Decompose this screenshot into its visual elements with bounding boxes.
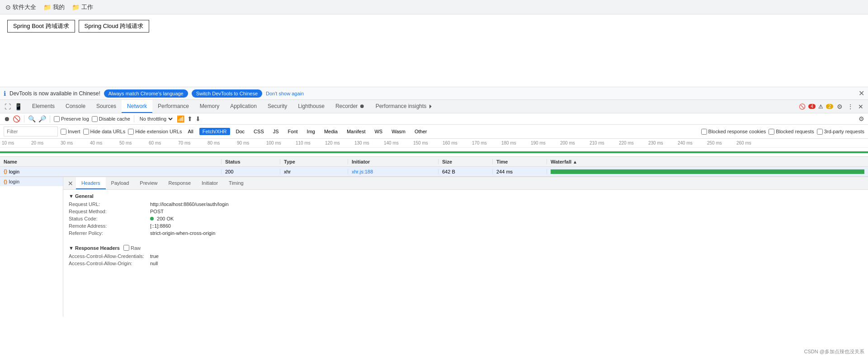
menu-software[interactable]: ⊙ 软件大全: [5, 3, 36, 11]
detail-tab-response[interactable]: Response: [163, 177, 196, 189]
toolbar-separator-3: [134, 115, 134, 122]
network-settings-icon[interactable]: ⚙: [859, 115, 864, 122]
preserve-log-checkbox[interactable]: Preserve log: [54, 116, 89, 122]
detail-tab-payload[interactable]: Payload: [106, 177, 135, 189]
upload-icon[interactable]: ⬆: [187, 115, 193, 122]
blocked-requests-checkbox[interactable]: Blocked requests: [769, 129, 814, 135]
settings-icon[interactable]: ⚙: [836, 102, 844, 111]
detail-tab-initiator[interactable]: Initiator: [196, 177, 223, 189]
hide-data-urls-checkbox[interactable]: Hide data URLs: [83, 129, 126, 135]
network-row-login[interactable]: {} login 200 xhr xhr.js:188 642 B 244 ms: [0, 167, 868, 177]
tl-50ms: 50 ms: [118, 141, 147, 145]
close-devtools-icon[interactable]: ✕: [857, 102, 864, 111]
col-header-waterfall[interactable]: Waterfall ▲: [547, 159, 868, 164]
third-party-input[interactable]: [817, 129, 823, 135]
browser-top-bar: ⊙ 软件大全 📁 我的 📁 工作: [0, 0, 868, 14]
throttle-select[interactable]: No throttling: [138, 116, 174, 122]
left-xhr-icon: {}: [4, 179, 7, 184]
menu-mine[interactable]: 📁 我的: [43, 3, 65, 11]
record-icon[interactable]: ⏺: [4, 115, 10, 122]
tab-performance[interactable]: Performance: [152, 100, 194, 113]
tab-lighthouse[interactable]: Lighthouse: [292, 100, 330, 113]
detail-tab-headers[interactable]: Headers: [76, 177, 106, 189]
disable-cache-checkbox[interactable]: Disable cache: [92, 116, 130, 122]
filter-type-all[interactable]: All: [185, 128, 197, 135]
col-header-time[interactable]: Time: [493, 159, 547, 164]
tab-sources[interactable]: Sources: [91, 100, 122, 113]
filter-type-media[interactable]: Media: [321, 128, 341, 135]
row-name-login[interactable]: {} login: [0, 169, 222, 174]
wifi-icon[interactable]: 📶: [177, 115, 184, 122]
tl-110ms: 110 ms: [294, 141, 323, 145]
tab-recorder[interactable]: Recorder ⏺: [330, 100, 370, 113]
request-method-key: Request Method:: [69, 209, 150, 214]
general-section-title[interactable]: ▼ General: [69, 193, 863, 199]
detail-tab-preview[interactable]: Preview: [134, 177, 163, 189]
col-header-status[interactable]: Status: [222, 159, 280, 164]
remote-address-val: [::1]:8860: [150, 223, 171, 229]
hide-extension-urls-input[interactable]: [128, 129, 134, 135]
tab-console[interactable]: Console: [60, 100, 91, 113]
switch-chinese-btn[interactable]: Switch DevTools to Chinese: [192, 89, 262, 98]
detail-close-btn[interactable]: ✕: [65, 177, 76, 189]
left-panel-item-login[interactable]: {} login: [0, 177, 63, 186]
spring-boot-btn[interactable]: Spring Boot 跨域请求: [7, 20, 75, 33]
third-party-checkbox[interactable]: 3rd-party requests: [817, 129, 864, 135]
raw-input[interactable]: [123, 245, 129, 251]
more-icon[interactable]: ⋮: [846, 102, 854, 111]
invert-input[interactable]: [61, 129, 66, 135]
initiator-link[interactable]: xhr.js:188: [352, 169, 373, 174]
tab-application[interactable]: Application: [225, 100, 262, 113]
filter-type-css[interactable]: CSS: [250, 128, 267, 135]
disable-cache-input[interactable]: [92, 116, 98, 122]
hide-extension-urls-checkbox[interactable]: Hide extension URLs: [128, 129, 182, 135]
col-header-initiator[interactable]: Initiator: [348, 159, 439, 164]
preserve-log-input[interactable]: [54, 116, 60, 122]
notification-close-btn[interactable]: ✕: [859, 89, 864, 98]
tl-40ms: 40 ms: [88, 141, 118, 145]
filter-type-font[interactable]: Font: [285, 128, 301, 135]
tl-70ms: 70 ms: [176, 141, 206, 145]
spring-cloud-btn[interactable]: Spring Cloud 跨域请求: [79, 20, 150, 33]
menu-work[interactable]: 📁 工作: [72, 3, 93, 11]
filter-bar: Invert Hide data URLs Hide extension URL…: [0, 125, 868, 139]
filter-type-js[interactable]: JS: [270, 128, 282, 135]
match-language-btn[interactable]: Always match Chrome's language: [104, 89, 188, 98]
access-allow-credentials-row: Access-Control-Allow-Credentials: true: [69, 253, 863, 259]
remote-address-row: Remote Address: [::1]:8860: [69, 223, 863, 229]
tab-elements[interactable]: Elements: [27, 100, 60, 113]
tab-performance-insights[interactable]: Performance insights ⏵: [370, 100, 439, 113]
col-header-size[interactable]: Size: [439, 159, 493, 164]
inspect-icon[interactable]: ⛶: [4, 102, 12, 111]
filter-type-img[interactable]: Img: [304, 128, 318, 135]
tl-100ms: 100 ms: [264, 141, 294, 145]
invert-checkbox[interactable]: Invert: [61, 129, 80, 135]
response-headers-title[interactable]: ▼ Response Headers: [69, 245, 120, 251]
filter-type-ws[interactable]: WS: [371, 128, 386, 135]
filter-type-manifest[interactable]: Manifest: [344, 128, 369, 135]
access-allow-credentials-val: true: [150, 253, 159, 259]
col-header-name[interactable]: Name: [0, 159, 222, 164]
filter-type-doc[interactable]: Doc: [233, 128, 248, 135]
clear-icon[interactable]: 🚫: [13, 115, 20, 122]
filter-input[interactable]: [4, 126, 58, 136]
access-allow-origin-row: Access-Control-Allow-Origin: null: [69, 261, 863, 266]
col-header-type[interactable]: Type: [280, 159, 348, 164]
filter-icon[interactable]: 🔍: [28, 115, 36, 122]
download-icon[interactable]: ⬇: [195, 115, 201, 122]
dont-show-again-btn[interactable]: Don't show again: [266, 91, 304, 96]
blocked-cookies-input[interactable]: [701, 129, 707, 135]
filter-type-fetch-xhr[interactable]: Fetch/XHR: [199, 128, 230, 135]
raw-checkbox[interactable]: Raw: [123, 245, 141, 251]
hide-data-urls-input[interactable]: [83, 129, 89, 135]
tab-security[interactable]: Security: [262, 100, 292, 113]
filter-type-other[interactable]: Other: [411, 128, 430, 135]
blocked-requests-input[interactable]: [769, 129, 774, 135]
device-icon[interactable]: 📱: [14, 102, 23, 111]
tab-network[interactable]: Network: [122, 100, 152, 113]
filter-type-wasm[interactable]: Wasm: [388, 128, 409, 135]
blocked-cookies-checkbox[interactable]: Blocked response cookies: [701, 129, 766, 135]
tab-memory[interactable]: Memory: [194, 100, 225, 113]
detail-tab-timing[interactable]: Timing: [223, 177, 249, 189]
search-icon[interactable]: 🔎: [38, 115, 46, 122]
